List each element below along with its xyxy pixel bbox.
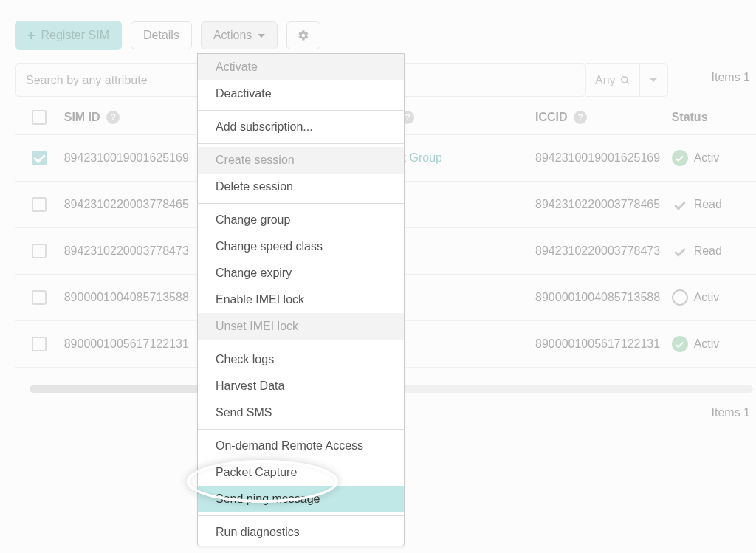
register-sim-label: Register SIM [41,30,109,41]
menu-item-unset-imei-lock: Unset IMEI lock [198,313,404,340]
actions-button[interactable]: Actions [201,21,278,49]
gear-icon [298,30,309,41]
menu-item-change-expiry[interactable]: Change expiry [198,260,404,286]
menu-item-enable-imei-lock[interactable]: Enable IMEI lock [198,286,404,313]
page-root: + Register SIM Details Actions Any Items… [0,0,756,553]
menu-item-packet-capture[interactable]: Packet Capture [198,459,404,486]
cell-status: Read [672,243,756,259]
help-icon[interactable]: ? [106,111,120,124]
status-active-icon [672,150,688,166]
col-status-label: Status [672,111,708,123]
status-ready-icon [672,243,688,259]
menu-item-add-subscription[interactable]: Add subscription... [198,114,404,140]
menu-item-check-logs[interactable]: Check logs [198,346,404,373]
plus-icon: + [27,29,35,42]
menu-divider [198,343,404,343]
filter-any-label: Any [595,74,616,87]
actions-label: Actions [213,30,252,41]
menu-item-send-ping-message[interactable]: Send ping message [198,486,404,512]
menu-divider [198,110,404,111]
row-checkbox[interactable] [32,290,47,305]
menu-item-change-group[interactable]: Change group [198,207,404,233]
cell-iccid: 8942310220003778465 [535,198,676,211]
menu-item-run-diagnostics[interactable]: Run diagnostics [198,519,404,546]
menu-item-delete-session[interactable]: Delete session [198,174,404,200]
menu-item-send-sms[interactable]: Send SMS [198,399,404,426]
col-iccid-label: ICCID [535,111,568,123]
cell-status: Read [672,196,756,213]
items-count-top: Items 1 [706,63,756,97]
menu-item-change-speed-class[interactable]: Change speed class [198,233,404,260]
menu-item-on-demand-remote-access[interactable]: On-demand Remote Access [198,433,404,459]
status-ready-icon [672,196,688,213]
status-active-icon [672,336,688,352]
row-checkbox[interactable] [32,244,47,258]
col-header-status[interactable]: Status [672,111,756,124]
actions-dropdown: ActivateDeactivateAdd subscription...Cre… [197,53,405,546]
caret-down-icon [650,78,657,86]
row-checkbox[interactable] [32,337,47,351]
register-sim-button[interactable]: + Register SIM [15,21,122,50]
filter-caret-button[interactable] [640,63,668,97]
select-all-checkbox[interactable] [32,110,47,125]
menu-divider [198,143,404,144]
cell-status: Activ [672,150,756,166]
cell-status: Activ [672,336,756,352]
toolbar: + Register SIM Details Actions [15,21,756,50]
cell-iccid: 8900001005617122131 [535,337,676,351]
menu-divider [198,429,404,430]
cell-status: Activ [672,289,756,306]
svg-point-0 [621,76,627,82]
row-checkbox[interactable] [32,197,47,212]
menu-item-activate: Activate [198,54,404,80]
menu-divider [198,203,404,204]
menu-divider [198,515,404,516]
row-checkbox[interactable] [32,151,47,165]
cell-iccid: 8942310019001625169 [535,151,676,165]
menu-item-deactivate[interactable]: Deactivate [198,80,404,107]
menu-item-harvest-data[interactable]: Harvest Data [198,373,404,399]
scrollbar-thumb[interactable] [30,385,214,393]
details-label: Details [143,30,179,41]
help-icon[interactable]: ? [574,111,587,124]
svg-line-1 [626,81,628,83]
col-sim-id-label: SIM ID [64,111,100,123]
details-button[interactable]: Details [131,21,192,49]
col-header-iccid[interactable]: ICCID ? [535,111,676,125]
filter-any-button[interactable]: Any [586,63,640,97]
cell-iccid: 8900001004085713588 [535,291,676,304]
search-icon [620,75,630,86]
status-circle-icon [672,289,688,306]
cell-iccid: 8942310220003778473 [535,244,676,258]
menu-item-create-session: Create session [198,147,404,174]
settings-button[interactable] [286,21,320,49]
